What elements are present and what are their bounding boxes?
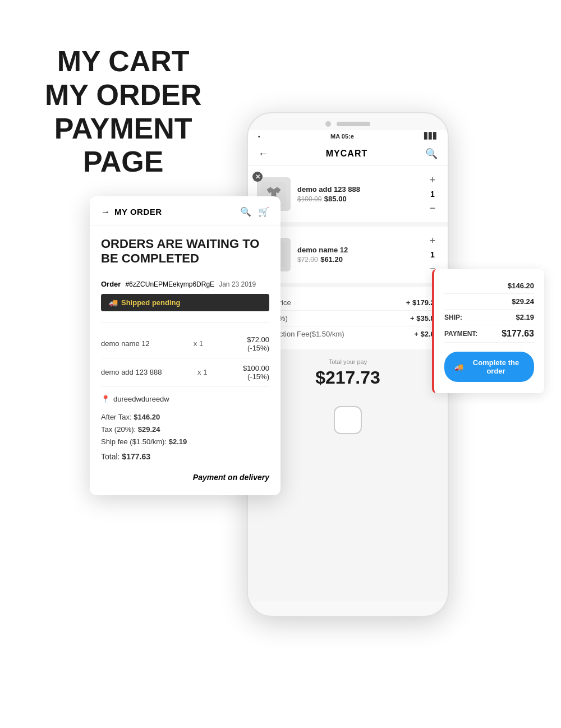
cart-item-2-info: demo name 12 $72.00 $61.20 bbox=[297, 246, 420, 264]
cart-item-2-old-price: $72.00 bbox=[297, 256, 318, 264]
back-arrow-icon[interactable]: → bbox=[101, 207, 110, 217]
cart-item-1-qty-ctrl: + 1 − bbox=[426, 174, 439, 214]
order-items: demo name 12 x 1 $72.00(-15%) demo add 1… bbox=[101, 322, 269, 387]
cart-item-2-name: demo name 12 bbox=[297, 246, 420, 254]
transaction-row: Transaction Fee($1.50/km) + $2.69 bbox=[257, 326, 439, 342]
cart-icon[interactable]: 🛒 bbox=[258, 206, 269, 217]
cart-item-1-new-price: $85.00 bbox=[324, 195, 347, 203]
tax-row: Tax(20%) + $35.84 bbox=[257, 311, 439, 326]
shipped-badge: 🚚 Shipped pending bbox=[101, 294, 269, 311]
cart-item-2-new-price: $61.20 bbox=[320, 255, 343, 264]
payment-total-row: PAYMENT: $177.63 bbox=[444, 325, 534, 343]
cart-item-1-info: demo add 123 888 $100.00 $85.00 bbox=[297, 185, 420, 204]
remove-item-1-button[interactable]: ✕ bbox=[252, 172, 263, 182]
my-order-card: → MY ORDER 🔍 🛒 ORDERS ARE WAITING TO BE … bbox=[90, 196, 280, 495]
order-address: 📍 dureedwdureedw bbox=[101, 395, 269, 403]
order-item-1: demo name 12 x 1 $72.00(-15%) bbox=[101, 330, 269, 358]
orders-waiting-text: ORDERS ARE WAITING TO BE COMPLETED bbox=[101, 237, 269, 266]
status-time: MA 05:e bbox=[330, 133, 354, 140]
tax-row: Tax (20%): $29.24 bbox=[101, 423, 269, 436]
location-icon: 📍 bbox=[101, 395, 110, 403]
phone-back-icon[interactable]: ← bbox=[258, 148, 268, 160]
total-row: Total: $177.63 bbox=[101, 450, 269, 464]
search-icon[interactable]: 🔍 bbox=[240, 206, 251, 217]
order-label: Order bbox=[101, 280, 121, 288]
grand-total-value: $217.73 bbox=[257, 367, 439, 388]
phone-speaker bbox=[337, 122, 370, 126]
phone-camera bbox=[325, 121, 331, 127]
shipped-icon: 🚚 bbox=[109, 298, 118, 307]
complete-order-button[interactable]: 🚚 Complete the order bbox=[444, 352, 534, 382]
payment-row-2: $29.24 bbox=[444, 294, 534, 310]
complete-order-icon: 🚚 bbox=[454, 363, 463, 371]
decrement-item-1-button[interactable]: − bbox=[426, 202, 439, 214]
cart-item-1-name: demo add 123 888 bbox=[297, 185, 420, 193]
my-order-body: ORDERS ARE WAITING TO BE COMPLETED Order… bbox=[90, 225, 280, 495]
phone-nav-title: MYCART bbox=[326, 149, 367, 159]
order-item-2: demo add 123 888 x 1 $100.00(-15%) bbox=[101, 358, 269, 387]
increment-item-2-button[interactable]: + bbox=[426, 234, 439, 247]
payment-row-1: $146.20 bbox=[444, 278, 534, 294]
order-number: #6zZCUnEPMEekymp6DRgE bbox=[125, 280, 214, 288]
order-financials: After Tax: $146.20 Tax (20%): $29.24 Shi… bbox=[101, 411, 269, 464]
cart-item-1-qty: 1 bbox=[430, 190, 435, 199]
my-order-header: → MY ORDER 🔍 🛒 bbox=[90, 196, 280, 225]
order-date: Jan 23 2019 bbox=[219, 280, 256, 288]
my-order-title: MY ORDER bbox=[114, 207, 162, 216]
header-icons: 🔍 🛒 bbox=[240, 206, 269, 217]
cart-item-1-old-price: $100.00 bbox=[297, 195, 321, 203]
phone-nav-bar: ← MYCART 🔍 bbox=[248, 142, 448, 166]
status-bar: ▪ MA 05:e ▋▋▋ bbox=[248, 130, 448, 142]
grand-total-label: Total your pay bbox=[257, 358, 439, 365]
home-button[interactable] bbox=[334, 406, 362, 434]
status-battery-icon: ▪ bbox=[258, 133, 260, 140]
my-order-header-left: → MY ORDER bbox=[101, 207, 162, 217]
after-tax-row: After Tax: $146.20 bbox=[101, 411, 269, 423]
order-meta: Order #6zZCUnEPMEekymp6DRgE Jan 23 2019 bbox=[101, 280, 269, 288]
payment-panel: $146.20 $29.24 SHIP: $2.19 PAYMENT: $177… bbox=[432, 269, 544, 393]
increment-item-1-button[interactable]: + bbox=[426, 174, 439, 186]
page-title: MY CART MY ORDER PAYMENT PAGE bbox=[45, 45, 201, 179]
ship-row: Ship fee ($1.50/km): $2.19 bbox=[101, 436, 269, 448]
cart-item-2-qty: 1 bbox=[430, 250, 435, 259]
total-price-row: Total Price + $179.20 bbox=[257, 295, 439, 311]
payment-ship-row: SHIP: $2.19 bbox=[444, 310, 534, 325]
phone-speaker-area bbox=[248, 113, 448, 130]
phone-search-icon[interactable]: 🔍 bbox=[425, 148, 438, 160]
payment-method: Payment on delivery bbox=[101, 473, 269, 482]
status-wifi-icon: ▋▋▋ bbox=[424, 132, 438, 140]
